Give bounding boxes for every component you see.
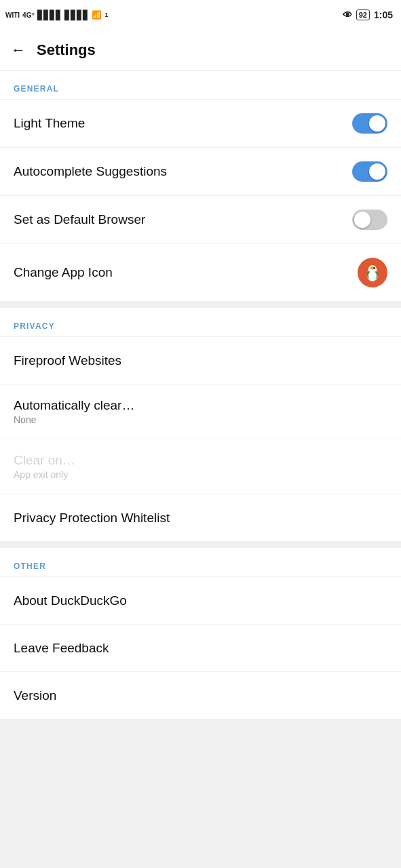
battery-icon: 92: [356, 9, 370, 20]
set-default-browser-label: Set as Default Browser: [14, 212, 352, 227]
light-theme-label: Light Theme: [14, 116, 352, 131]
privacy-section: PRIVACY Fireproof Websites Automatically…: [0, 308, 401, 541]
privacy-section-header: PRIVACY: [0, 308, 401, 336]
page-title: Settings: [37, 41, 96, 59]
other-section-header: OTHER: [0, 548, 401, 576]
general-section-header: GENERAL: [0, 71, 401, 99]
clear-on-sublabel: App exit only: [14, 469, 75, 480]
fireproof-websites-label: Fireproof Websites: [14, 353, 387, 368]
leave-feedback-row[interactable]: Leave Feedback: [0, 624, 401, 671]
status-bar: WITI 4G⁺ ▋▋▋▋ ▋▋▋▋ 📶 1 👁 92 1:05: [0, 0, 401, 30]
other-section: OTHER About DuckDuckGo Leave Feedback Ve…: [0, 548, 401, 719]
light-theme-toggle[interactable]: [352, 113, 387, 134]
status-left: WITI 4G⁺ ▋▋▋▋ ▋▋▋▋ 📶 1: [5, 10, 108, 20]
clear-on-label: Clear on…: [14, 453, 75, 468]
leave-feedback-label: Leave Feedback: [14, 641, 387, 656]
network-type: 4G⁺: [22, 12, 35, 19]
automatically-clear-row[interactable]: Automatically clear… None: [0, 384, 401, 439]
fireproof-websites-row[interactable]: Fireproof Websites: [0, 336, 401, 384]
clear-on-row: Clear on… App exit only: [0, 439, 401, 494]
svg-point-8: [368, 271, 377, 281]
clear-on-content: Clear on… App exit only: [14, 453, 75, 480]
automatically-clear-label: Automatically clear…: [14, 398, 134, 413]
signal-bars-2: ▋▋▋▋: [64, 10, 89, 20]
back-button[interactable]: ←: [11, 41, 26, 59]
superscript-1: 1: [104, 12, 108, 18]
set-default-browser-row[interactable]: Set as Default Browser: [0, 195, 401, 243]
change-app-icon-row[interactable]: Change App Icon: [0, 243, 401, 301]
set-default-browser-toggle[interactable]: [352, 210, 387, 230]
privacy-protection-whitelist-label: Privacy Protection Whitelist: [14, 511, 387, 526]
wifi-icon: 📶: [92, 10, 102, 20]
automatically-clear-content: Automatically clear… None: [14, 398, 134, 425]
privacy-protection-whitelist-row[interactable]: Privacy Protection Whitelist: [0, 494, 401, 541]
autocomplete-suggestions-row[interactable]: Autocomplete Suggestions: [0, 147, 401, 195]
settings-page: GENERAL Light Theme Autocomplete Suggest…: [0, 71, 401, 719]
about-duckduckgo-label: About DuckDuckGo: [14, 593, 387, 608]
time-display: 1:05: [374, 9, 393, 20]
signal-bars-1: ▋▋▋▋: [37, 10, 62, 20]
version-row[interactable]: Version: [0, 671, 401, 719]
eye-icon: 👁: [343, 9, 352, 20]
change-app-icon-label: Change App Icon: [14, 265, 358, 280]
autocomplete-suggestions-toggle[interactable]: [352, 161, 387, 182]
general-section: GENERAL Light Theme Autocomplete Suggest…: [0, 71, 401, 301]
carrier-label: WITI: [5, 12, 20, 19]
autocomplete-suggestions-label: Autocomplete Suggestions: [14, 164, 352, 179]
version-label: Version: [14, 688, 387, 703]
about-duckduckgo-row[interactable]: About DuckDuckGo: [0, 576, 401, 624]
top-bar: ← Settings: [0, 30, 401, 71]
svg-point-5: [374, 268, 375, 269]
status-right: 👁 92 1:05: [343, 9, 393, 20]
ddg-icon: [358, 258, 387, 288]
light-theme-row[interactable]: Light Theme: [0, 99, 401, 147]
automatically-clear-sublabel: None: [14, 414, 134, 425]
